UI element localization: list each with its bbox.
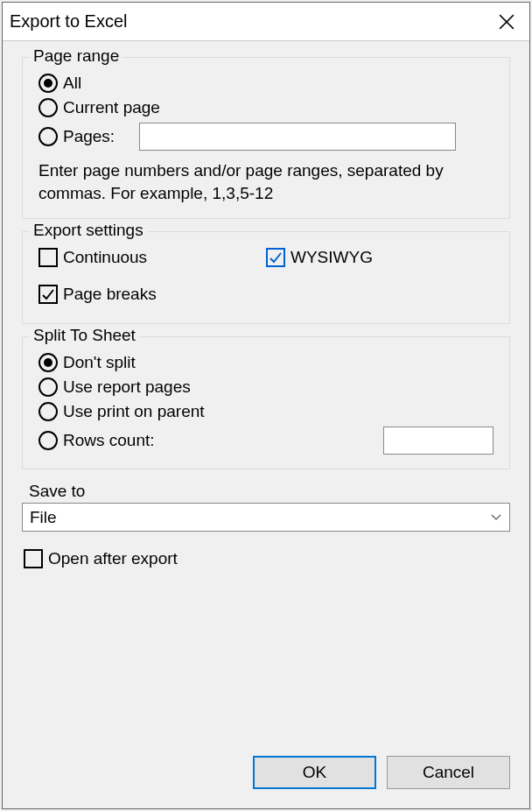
use-report-pages-label: Use report pages: [63, 377, 191, 397]
radio-use-report-pages[interactable]: Use report pages: [38, 377, 494, 397]
checkbox-icon: [38, 248, 58, 267]
continuous-label: Continuous: [63, 248, 147, 267]
page-range-hint: Enter page numbers and/or page ranges, s…: [38, 159, 494, 204]
ok-button[interactable]: OK: [253, 756, 376, 789]
radio-icon: [38, 353, 58, 372]
checkbox-open-after-export[interactable]: Open after export: [22, 549, 510, 568]
radio-icon: [38, 431, 58, 450]
dont-split-label: Don't split: [63, 353, 136, 372]
checkbox-continuous[interactable]: Continuous: [38, 248, 266, 267]
checkbox-page-breaks[interactable]: Page breaks: [38, 285, 266, 304]
export-settings-legend: Export settings: [30, 221, 147, 240]
open-after-label: Open after export: [48, 549, 178, 568]
split-to-sheet-group: Split To Sheet Don't split Use report pa…: [22, 336, 510, 469]
save-to-block: Save to File: [22, 482, 510, 532]
radio-current-page[interactable]: Current page: [38, 98, 494, 117]
export-settings-group: Export settings Continuous WYSIWYG: [22, 231, 510, 324]
radio-icon: [38, 127, 58, 146]
wysiwyg-label: WYSIWYG: [290, 248, 373, 267]
checkbox-icon: [38, 285, 58, 304]
radio-icon: [38, 402, 58, 421]
radio-icon: [38, 98, 58, 117]
cancel-button[interactable]: Cancel: [387, 756, 510, 789]
split-legend: Split To Sheet: [30, 326, 139, 345]
radio-pages-label: Pages:: [63, 127, 115, 146]
save-to-label: Save to: [22, 482, 510, 501]
radio-current-page-label: Current page: [63, 98, 160, 117]
rows-count-input[interactable]: [383, 427, 494, 455]
radio-rows-count[interactable]: Rows count:: [38, 431, 155, 450]
titlebar: Export to Excel: [3, 3, 529, 41]
export-dialog: Export to Excel Page range All Current p…: [2, 2, 530, 809]
button-bar: OK Cancel: [3, 742, 529, 808]
page-range-group: Page range All Current page Pages: Enter…: [22, 57, 510, 219]
save-to-value: File: [30, 508, 57, 527]
radio-dont-split[interactable]: Don't split: [38, 353, 494, 372]
use-print-parent-label: Use print on parent: [63, 402, 205, 421]
checkbox-icon: [24, 549, 43, 568]
checkbox-wysiwyg[interactable]: WYSIWYG: [266, 248, 494, 267]
dialog-title: Export to Excel: [10, 11, 128, 32]
rows-count-label: Rows count:: [63, 431, 155, 450]
close-button[interactable]: [484, 3, 529, 41]
radio-icon: [38, 74, 58, 93]
page-range-legend: Page range: [30, 46, 122, 66]
radio-pages[interactable]: Pages:: [38, 127, 115, 146]
save-to-select[interactable]: File: [22, 503, 510, 532]
checkbox-icon: [266, 248, 285, 267]
page-breaks-label: Page breaks: [63, 285, 157, 304]
close-icon: [499, 14, 514, 30]
dialog-content: Page range All Current page Pages: Enter…: [3, 41, 529, 742]
radio-all[interactable]: All: [38, 74, 494, 93]
radio-all-label: All: [63, 74, 81, 93]
radio-use-print-on-parent[interactable]: Use print on parent: [38, 402, 494, 421]
pages-input[interactable]: [139, 123, 456, 151]
radio-icon: [38, 377, 58, 397]
